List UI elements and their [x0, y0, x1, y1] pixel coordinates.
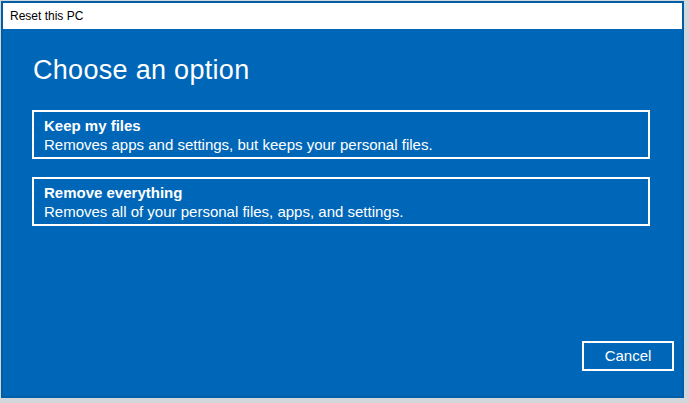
option-title: Keep my files [44, 116, 638, 135]
option-title: Remove everything [44, 183, 638, 202]
option-description: Removes apps and settings, but keeps you… [44, 135, 638, 154]
cancel-button[interactable]: Cancel [582, 341, 674, 371]
dialog-content: Choose an option Keep my files Removes a… [3, 29, 682, 396]
option-keep-my-files[interactable]: Keep my files Removes apps and settings,… [32, 110, 650, 159]
option-description: Removes all of your personal files, apps… [44, 202, 638, 221]
reset-pc-window: Reset this PC Choose an option Keep my f… [1, 1, 684, 398]
option-remove-everything[interactable]: Remove everything Removes all of your pe… [32, 177, 650, 226]
page-title: Choose an option [33, 55, 249, 86]
window-title: Reset this PC [10, 9, 83, 23]
window-titlebar[interactable]: Reset this PC [3, 3, 682, 29]
